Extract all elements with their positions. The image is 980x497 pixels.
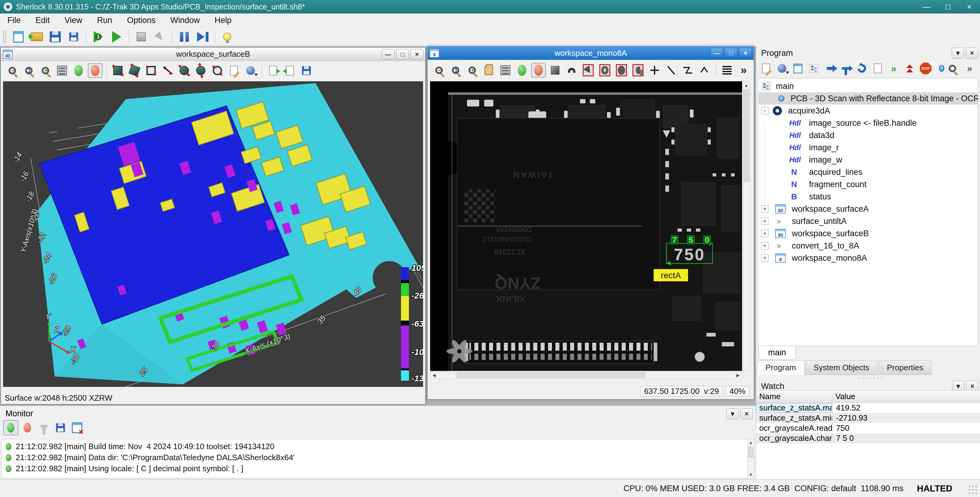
save-program-button[interactable]: [47, 29, 64, 45]
pass-indicator-button[interactable]: [515, 63, 529, 78]
roi-pointer-button[interactable]: [581, 63, 596, 78]
menu-edit[interactable]: Edit: [28, 13, 57, 28]
run-once-button[interactable]: 1: [90, 29, 107, 45]
tree-item-workspace-mono8a[interactable]: + 8 workspace_mono8A: [759, 252, 978, 264]
program-collapse-button[interactable]: ▾: [952, 48, 964, 59]
watch-row[interactable]: surface_z_statsA.max_z 419.52: [756, 403, 980, 413]
monitor-close-button[interactable]: ×: [741, 408, 753, 419]
monitor-collapse-button[interactable]: ▾: [726, 408, 739, 419]
mono8-titlebar[interactable]: 8 workspace_mono8A — □ ×: [428, 46, 754, 60]
menu-help[interactable]: Help: [207, 13, 239, 28]
monitor-scroll-thumb[interactable]: [748, 447, 753, 457]
draw-line-button[interactable]: [664, 63, 679, 78]
roi-square-button[interactable]: [144, 63, 158, 78]
add-step-button[interactable]: [822, 61, 837, 76]
window-close-button[interactable]: ×: [959, 0, 980, 13]
monitor-clear-button[interactable]: [69, 420, 85, 435]
tree-item-fragment-count[interactable]: N fragment_count: [759, 178, 978, 191]
add-comment-button[interactable]: [870, 61, 885, 76]
watch-col-name[interactable]: Name: [756, 391, 832, 403]
program-toolbar-overflow-button[interactable]: »: [962, 61, 977, 76]
zoom-in-button[interactable]: +: [465, 63, 480, 78]
tab-program[interactable]: Program: [757, 360, 804, 375]
zoom-region-button[interactable]: [55, 63, 69, 78]
reload-image-button[interactable]: [282, 63, 297, 78]
mono8-close-button[interactable]: ×: [739, 48, 752, 58]
stop-button[interactable]: [133, 29, 150, 45]
watch-col-value[interactable]: Value: [832, 391, 980, 403]
run-button[interactable]: [108, 29, 125, 45]
surface3d-titlebar[interactable]: 3D workspace_surfaceB — □ ×: [1, 48, 425, 61]
roi-polygon-button[interactable]: [177, 63, 192, 78]
scroll-left-icon[interactable]: ◀: [431, 372, 437, 379]
menu-file[interactable]: File: [0, 13, 28, 28]
tree-item-data3d[interactable]: Hdl data3d: [759, 129, 978, 141]
roi-circle-button[interactable]: [210, 63, 225, 78]
tree-item-status[interactable]: B status: [759, 191, 978, 203]
mono8-viewport[interactable]: TAIWAN D5656628A CLG225A8X2213 XC7Z010 Z…: [430, 81, 742, 371]
draw-cross-button[interactable]: [647, 63, 662, 78]
tree-item-convert-16-to-8a[interactable]: + » convert_16_to_8A: [759, 240, 978, 252]
raise-error-button[interactable]: [902, 61, 917, 76]
scroll-right-icon[interactable]: ▶: [735, 372, 741, 379]
tree-view-button[interactable]: [807, 61, 821, 76]
zoom-out-button[interactable]: −: [5, 63, 20, 78]
tree-item-image-w[interactable]: Hdl image_w: [759, 154, 978, 166]
expand-expander[interactable]: +: [761, 205, 768, 213]
monitor-enable-button[interactable]: [3, 420, 18, 435]
display-list-button[interactable]: [720, 63, 734, 78]
tree-item-image-source[interactable]: Hdl image_source <- fileB.handle: [759, 117, 978, 129]
zoom-out-button[interactable]: −: [432, 63, 446, 78]
window-maximize-button[interactable]: □: [937, 0, 959, 13]
zoom-100-button[interactable]: 1: [21, 63, 36, 78]
add-loop-button[interactable]: [854, 61, 869, 76]
roi-combo-button[interactable]: [631, 63, 645, 78]
scroll-up-icon[interactable]: ▲: [743, 82, 750, 88]
menu-window[interactable]: Window: [163, 13, 207, 28]
surface3d-minimize-button[interactable]: —: [382, 49, 395, 60]
zoom-in-button[interactable]: +: [38, 63, 53, 78]
edit-annotation-button[interactable]: [227, 63, 241, 78]
menu-options[interactable]: Options: [120, 13, 163, 28]
tab-properties[interactable]: Properties: [879, 360, 932, 375]
file-tab-main[interactable]: main: [759, 346, 795, 360]
draw-caret-button[interactable]: [697, 63, 712, 78]
save-as-button[interactable]: [65, 29, 82, 45]
watch-row[interactable]: ocr_grayscaleA.read_string 750: [756, 423, 980, 433]
toolbar-overflow-button[interactable]: »: [736, 63, 751, 78]
tab-system-objects[interactable]: System Objects: [805, 360, 878, 375]
arch-tool-button[interactable]: [564, 63, 579, 78]
pause-button[interactable]: [176, 29, 192, 45]
halt-button[interactable]: STOP: [918, 61, 933, 76]
hint-button[interactable]: [219, 29, 235, 45]
program-close-button[interactable]: ×: [966, 48, 978, 59]
zoom-100-button[interactable]: 1: [448, 63, 463, 78]
roi-rectangle-button[interactable]: [111, 63, 125, 78]
tree-item-main[interactable]: main: [759, 80, 978, 92]
hscroll-thumb[interactable]: [457, 372, 645, 378]
new-window-button[interactable]: [791, 61, 805, 76]
expand-expander[interactable]: +: [761, 230, 768, 237]
watch-row[interactable]: surface_z_statsA.min_z -2710.93: [756, 413, 980, 423]
monitor-disable-button[interactable]: [20, 420, 35, 435]
edit-instruction-button[interactable]: [759, 61, 773, 76]
mono8-maximize-button[interactable]: □: [725, 48, 737, 58]
tree-item-acquired-lines[interactable]: N acquired_lines: [759, 166, 978, 178]
open-program-button[interactable]: [29, 29, 45, 45]
add-branch-button[interactable]: [838, 61, 853, 76]
watch-row[interactable]: ocr_grayscaleA.character 7 5 0: [756, 433, 980, 443]
scroll-up-icon[interactable]: ▲: [748, 440, 754, 445]
monitor-log[interactable]: 21:12:02.982 [main] Build time: Nov 4 20…: [1, 439, 755, 478]
surface3d-close-button[interactable]: ×: [410, 49, 423, 60]
tree-item-acquire3da[interactable]: − acquire3dA: [759, 105, 978, 117]
resize-grip[interactable]: [968, 485, 978, 495]
mono8-minimize-button[interactable]: —: [710, 48, 723, 58]
pan-button[interactable]: [481, 63, 496, 78]
pass-indicator-button[interactable]: [71, 63, 86, 78]
export-image-button[interactable]: [266, 63, 281, 78]
new-program-button[interactable]: [10, 29, 27, 45]
image-window-button[interactable]: [775, 61, 789, 76]
fail-indicator-button[interactable]: [88, 63, 103, 78]
menu-run[interactable]: Run: [90, 13, 120, 28]
fail-indicator-button[interactable]: [531, 63, 546, 78]
